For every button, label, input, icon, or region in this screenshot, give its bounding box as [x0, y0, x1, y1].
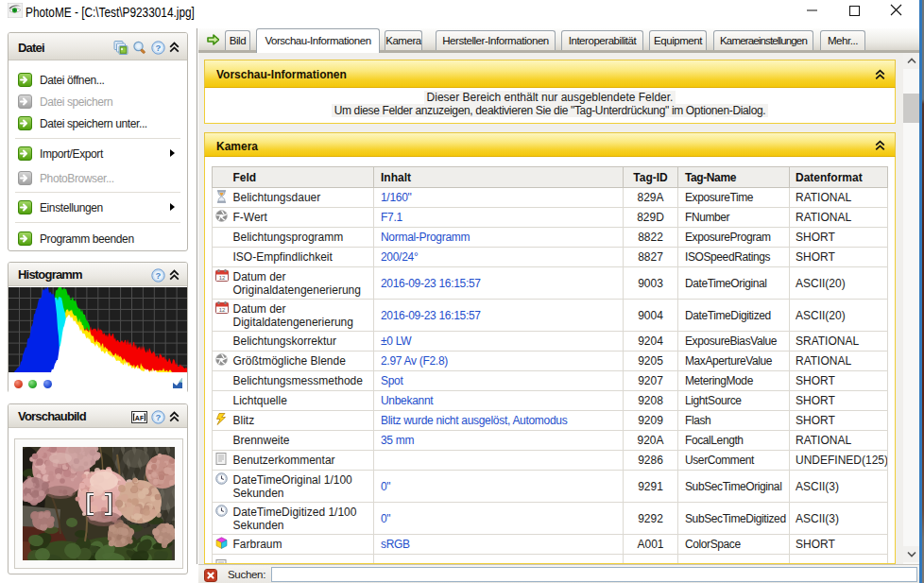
svg-text:12: 12 — [219, 307, 226, 313]
svg-text:?: ? — [156, 43, 162, 53]
svg-text:?: ? — [156, 412, 162, 422]
svg-text:AF: AF — [135, 414, 145, 420]
svg-text:?: ? — [156, 270, 162, 281]
svg-text:12: 12 — [219, 275, 226, 281]
